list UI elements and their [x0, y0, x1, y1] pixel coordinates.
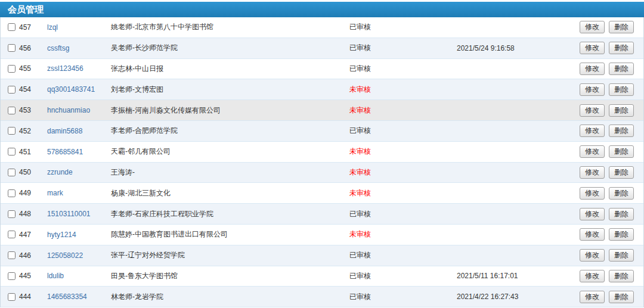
delete-button[interactable]: 删除 — [609, 83, 634, 96]
delete-button[interactable]: 删除 — [609, 187, 634, 200]
row-actions: 修改 删除 — [580, 270, 643, 282]
status-text: 已审核 — [349, 292, 457, 302]
row-actions: 修改 删除 — [580, 104, 643, 117]
row-checkbox[interactable] — [8, 148, 16, 155]
row-checkbox[interactable] — [8, 272, 16, 280]
table-row: 457 lzql 姚老师-北京市第八十中学图书馆 已审核 修改 删除 — [1, 17, 643, 38]
edit-button[interactable]: 修改 — [580, 228, 605, 241]
username-link[interactable]: 578685841 — [47, 148, 111, 156]
status-text: 已审核 — [349, 64, 457, 74]
username-link[interactable]: mark — [47, 189, 111, 197]
status-text: 已审核 — [349, 209, 457, 219]
delete-button[interactable]: 删除 — [609, 270, 634, 282]
status-text: 已审核 — [349, 43, 457, 53]
row-actions: 修改 删除 — [580, 63, 643, 75]
row-checkbox[interactable] — [8, 23, 16, 31]
member-name-org: 田昊-鲁东大学图书馆 — [111, 271, 349, 281]
row-actions: 修改 删除 — [580, 83, 643, 96]
username-link[interactable]: damin5688 — [47, 127, 111, 135]
status-text: 已审核 — [349, 250, 457, 260]
username-link[interactable]: 15103110001 — [47, 210, 111, 218]
checkbox-cell — [1, 251, 19, 259]
member-name-org: 刘老师-文博宏图 — [111, 85, 349, 95]
page-title-bar: 会员管理 — [0, 2, 644, 17]
row-checkbox[interactable] — [8, 127, 16, 135]
row-checkbox[interactable] — [8, 107, 16, 114]
edit-button[interactable]: 修改 — [580, 42, 605, 54]
username-link[interactable]: hnchuanmiao — [47, 106, 111, 114]
edit-button[interactable]: 修改 — [580, 63, 605, 75]
member-id: 456 — [19, 44, 47, 52]
edit-button[interactable]: 修改 — [580, 270, 605, 282]
delete-button[interactable]: 删除 — [609, 21, 634, 33]
row-checkbox[interactable] — [8, 65, 16, 73]
table-row: 455 zssl123456 张志林-中山日报 已审核 修改 删除 — [1, 59, 643, 80]
edit-button[interactable]: 修改 — [580, 104, 605, 117]
delete-button[interactable]: 删除 — [609, 249, 634, 262]
member-id: 447 — [19, 231, 47, 239]
username-link[interactable]: qq3001483741 — [47, 85, 111, 94]
member-id: 451 — [19, 148, 47, 156]
row-checkbox[interactable] — [8, 231, 16, 238]
edit-button[interactable]: 修改 — [580, 291, 605, 303]
checkbox-cell — [1, 127, 19, 135]
username-link[interactable]: zzrunde — [47, 168, 111, 176]
status-text: 未审核 — [349, 229, 457, 239]
row-actions: 修改 删除 — [580, 145, 643, 158]
status-text: 已审核 — [349, 126, 457, 136]
member-id: 453 — [19, 106, 47, 114]
delete-button[interactable]: 删除 — [609, 228, 634, 241]
username-link[interactable]: 125058022 — [47, 251, 111, 260]
member-id: 446 — [19, 251, 47, 260]
row-checkbox[interactable] — [8, 189, 16, 197]
row-checkbox[interactable] — [8, 169, 16, 176]
member-name-org: 吴老师-长沙师范学院 — [111, 43, 349, 53]
status-text: 未审核 — [349, 147, 457, 157]
edit-button[interactable]: 修改 — [580, 83, 605, 96]
checkbox-cell — [1, 169, 19, 176]
review-time: 2021/5/24 9:16:58 — [457, 44, 580, 52]
row-checkbox[interactable] — [8, 210, 16, 218]
checkbox-cell — [1, 293, 19, 301]
edit-button[interactable]: 修改 — [580, 166, 605, 179]
delete-button[interactable]: 删除 — [609, 291, 634, 303]
table-row: 453 hnchuanmiao 李振楠-河南川淼文化传媒有限公司 未审核 修改 … — [1, 100, 643, 121]
member-name-org: 天霸-邻几有限公司 — [111, 147, 349, 157]
table-row: 449 mark 杨康-湖北三新文化 未审核 修改 删除 — [1, 183, 643, 204]
member-name-org: 李老师-合肥师范学院 — [111, 126, 349, 136]
username-link[interactable]: 1465683354 — [47, 293, 111, 301]
username-link[interactable]: hyty1214 — [47, 231, 111, 239]
edit-button[interactable]: 修改 — [580, 125, 605, 137]
row-actions: 修改 删除 — [580, 208, 643, 220]
status-text: 未审核 — [349, 85, 457, 95]
edit-button[interactable]: 修改 — [580, 21, 605, 33]
row-actions: 修改 删除 — [580, 125, 643, 137]
edit-button[interactable]: 修改 — [580, 249, 605, 262]
username-link[interactable]: zssl123456 — [47, 64, 111, 73]
row-checkbox[interactable] — [8, 44, 16, 52]
page-title: 会员管理 — [8, 4, 44, 14]
row-checkbox[interactable] — [8, 293, 16, 301]
username-link[interactable]: cssftsg — [47, 44, 111, 52]
delete-button[interactable]: 删除 — [609, 208, 634, 220]
table-row: 456 cssftsg 吴老师-长沙师范学院 已审核 2021/5/24 9:1… — [1, 38, 643, 59]
delete-button[interactable]: 删除 — [609, 166, 634, 179]
delete-button[interactable]: 删除 — [609, 104, 634, 117]
checkbox-cell — [1, 107, 19, 114]
delete-button[interactable]: 删除 — [609, 63, 634, 75]
username-link[interactable]: ldulib — [47, 272, 111, 280]
row-checkbox[interactable] — [8, 251, 16, 259]
edit-button[interactable]: 修改 — [580, 208, 605, 220]
delete-button[interactable]: 删除 — [609, 42, 634, 54]
edit-button[interactable]: 修改 — [580, 187, 605, 200]
row-checkbox[interactable] — [8, 86, 16, 94]
row-actions: 修改 删除 — [580, 21, 643, 33]
member-id: 457 — [19, 23, 47, 32]
delete-button[interactable]: 删除 — [609, 145, 634, 158]
delete-button[interactable]: 删除 — [609, 125, 634, 137]
username-link[interactable]: lzql — [47, 23, 111, 32]
edit-button[interactable]: 修改 — [580, 145, 605, 158]
member-id: 455 — [19, 64, 47, 73]
member-name-org: 李振楠-河南川淼文化传媒有限公司 — [111, 105, 349, 116]
row-actions: 修改 删除 — [580, 42, 643, 54]
